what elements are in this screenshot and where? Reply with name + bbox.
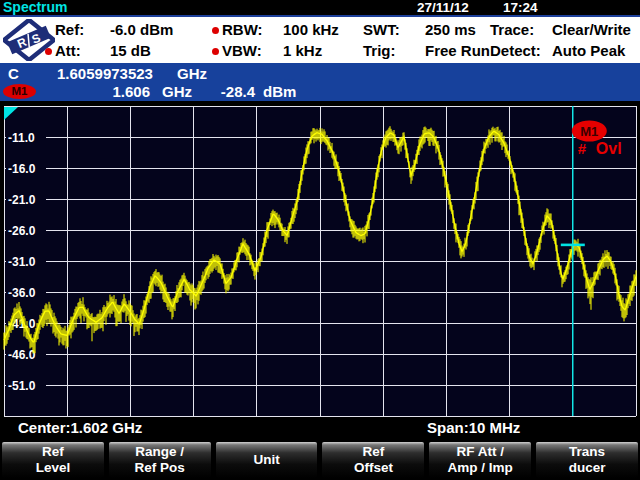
m1-badge-label: M1: [580, 124, 598, 139]
counter-frequency-value: 1.6059973523: [57, 66, 153, 82]
overload-text: Ovl: [596, 140, 622, 157]
softkey-ref-offset[interactable]: Ref Offset: [322, 442, 424, 478]
softkey-line1: Ref: [42, 444, 64, 460]
setting-value: -6.0 dBm: [110, 21, 173, 38]
softkey-ref-level[interactable]: Ref Level: [2, 442, 104, 478]
y-tick-label: -26.0: [8, 224, 36, 238]
red-dot-indicator: [45, 48, 52, 55]
spectrum-analyzer-screen: Spectrum 27/11/12 17:24 R S Ref: -6.0 dB…: [0, 0, 640, 480]
softkey-line1: Ref: [363, 444, 385, 460]
setting-label: Trig:: [363, 42, 396, 59]
y-tick-label: -11.0: [8, 131, 35, 145]
y-tick-label: -36.0: [8, 286, 36, 300]
setting-label: Att:: [55, 42, 81, 59]
center-value: 1.602 GHz: [71, 419, 143, 436]
y-tick-label: -51.0: [8, 379, 36, 393]
softkey-bar: Ref Level Range / Ref Pos Unit Ref Offse…: [0, 441, 640, 480]
softkey-rfatt-amp-imp[interactable]: RF Att / Amp / Imp: [429, 442, 531, 478]
counter-frequency-unit: GHz: [177, 66, 207, 82]
setting-value: Clear/Write: [552, 21, 631, 38]
setting-label: Trace:: [490, 21, 534, 38]
setting-label: RBW:: [222, 21, 263, 38]
softkey-line1: Trans: [569, 444, 605, 460]
red-dot-indicator: [212, 48, 219, 55]
center-frequency: Center:1.602 GHz: [18, 418, 142, 438]
softkey-range-refpos[interactable]: Range / Ref Pos: [109, 442, 211, 478]
marker-frequency-value: 1.606: [95, 84, 150, 100]
setting-value: 1 kHz: [283, 42, 322, 59]
settings-header: R S Ref: -6.0 dBm RBW: 100 kHz SWT: 250 …: [0, 17, 640, 63]
spectrum-plot: -11.0-16.0-21.0-26.0-31.0-36.0-41.0-46.0…: [0, 101, 640, 417]
marker-level-unit: dBm: [263, 84, 296, 100]
marker-frequency-unit: GHz: [162, 84, 192, 100]
y-tick-label: -31.0: [8, 255, 36, 269]
softkey-line1: Unit: [253, 452, 279, 468]
date-display: 27/11/12: [417, 0, 469, 15]
counter-row: C 1.6059973523 GHz: [0, 66, 640, 82]
y-tick-label: -16.0: [8, 162, 36, 176]
y-tick-label: -21.0: [8, 193, 36, 207]
softkey-line2: Level: [36, 460, 71, 476]
center-label: Center:: [18, 419, 71, 436]
softkey-unit[interactable]: Unit: [216, 442, 318, 478]
softkey-line2: Offset: [354, 460, 393, 476]
setting-label: Ref:: [55, 21, 84, 38]
plot-generated-layer: -11.0-16.0-21.0-26.0-31.0-36.0-41.0-46.0…: [4, 106, 636, 416]
softkey-line2: Amp / Imp: [448, 460, 513, 476]
softkey-line2: Ref Pos: [135, 460, 185, 476]
marker-hash-glyph: #: [578, 140, 587, 157]
span-frequency: Span:10 MHz: [427, 418, 520, 438]
softkey-line1: Range /: [135, 444, 184, 460]
marker-row: M1 1.606 GHz -28.4 dBm: [0, 84, 640, 100]
marker-level-value: -28.4: [203, 84, 255, 100]
counter-label: C: [8, 66, 19, 82]
softkey-transducer[interactable]: Trans ducer: [536, 442, 638, 478]
setting-value: 100 kHz: [283, 21, 339, 38]
setting-value: Free Run: [425, 42, 490, 59]
softkey-line1: RF Att /: [456, 444, 504, 460]
span-label: Span:: [427, 419, 469, 436]
setting-value: 15 dB: [110, 42, 151, 59]
red-dot-indicator: [212, 27, 219, 34]
m1-marker-badge: M1: [3, 84, 36, 99]
page-title: Spectrum: [3, 0, 68, 15]
title-bar: Spectrum 27/11/12 17:24: [0, 0, 640, 17]
softkey-line2: ducer: [569, 460, 606, 476]
setting-label: VBW:: [222, 42, 262, 59]
setting-label: Detect:: [490, 42, 541, 59]
setting-label: SWT:: [363, 21, 400, 38]
freq-range-row: Center:1.602 GHz Span:10 MHz: [0, 418, 640, 440]
marker-info-bar: C 1.6059973523 GHz M1 1.606 GHz -28.4 dB…: [0, 63, 640, 101]
span-value: 10 MHz: [469, 419, 521, 436]
setting-value: 250 ms: [425, 21, 476, 38]
setting-value: Auto Peak: [552, 42, 625, 59]
y-tick-label: -46.0: [8, 348, 36, 362]
time-display: 17:24: [503, 0, 538, 15]
